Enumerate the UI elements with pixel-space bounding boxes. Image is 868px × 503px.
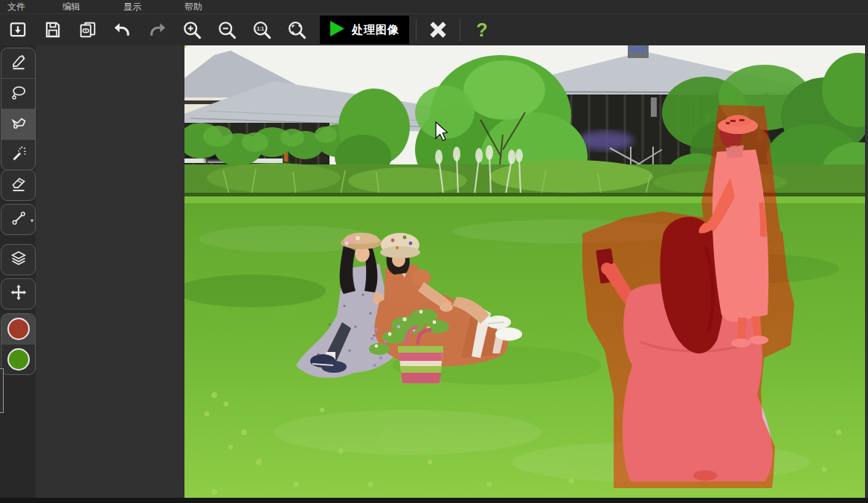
mask-color-red-button[interactable] (1, 314, 35, 345)
undo-arrow-icon (112, 20, 132, 40)
tool-eraser[interactable] (1, 170, 35, 200)
toolbar-separator (416, 19, 417, 41)
zoom-actual-size-button[interactable]: 1:1 (245, 15, 280, 45)
line-tool-icon (10, 209, 28, 230)
open-image-button[interactable] (0, 15, 35, 45)
zoom-1-1-icon: 1:1 (252, 20, 272, 40)
selection-tool-group (1, 48, 36, 170)
floppy-disk-icon (43, 20, 62, 39)
compare-view-button[interactable] (70, 15, 105, 45)
zoom-out-icon (217, 20, 237, 40)
polygon-lasso-icon (10, 114, 28, 135)
photo-scene (184, 45, 865, 498)
tool-lasso[interactable] (1, 79, 35, 109)
save-image-button[interactable] (35, 15, 70, 45)
play-icon (329, 20, 345, 40)
toolbar-separator-2 (460, 19, 460, 41)
tool-magic-wand[interactable] (1, 140, 35, 170)
help-button[interactable]: ? (467, 15, 497, 45)
eraser-group (1, 170, 36, 201)
zoom-fit-icon (287, 20, 307, 40)
move-icon (10, 283, 28, 304)
process-image-label: 处理图像 (352, 23, 399, 37)
tool-move[interactable] (1, 279, 35, 309)
undo-button[interactable] (105, 15, 140, 45)
layers-icon (10, 249, 28, 270)
toolbar: 1:1 处理图像 ? (0, 13, 868, 45)
eraser-icon (10, 175, 28, 196)
close-x-icon (428, 19, 449, 40)
process-image-button[interactable]: 处理图像 (320, 16, 409, 44)
compare-images-icon (78, 20, 97, 39)
green-circle-icon (7, 348, 30, 371)
menu-help[interactable]: 帮助 (184, 0, 202, 13)
menu-view[interactable]: 显示 (123, 0, 141, 13)
tool-sidebar: ▾ (0, 45, 36, 498)
menu-edit[interactable]: 编辑 (62, 0, 80, 13)
photo-canvas[interactable] (184, 45, 865, 498)
zoom-fit-button[interactable] (280, 15, 315, 45)
redo-arrow-icon (147, 20, 167, 40)
close-button[interactable] (423, 15, 453, 45)
line-group: ▾ (1, 204, 36, 235)
menu-bar: 文件 编辑 显示 帮助 (0, 0, 868, 13)
question-mark-icon: ? (476, 21, 487, 39)
tool-brush[interactable] (1, 48, 35, 79)
tool-layers[interactable] (1, 245, 35, 275)
move-group (1, 278, 36, 310)
tool-line[interactable]: ▾ (1, 205, 35, 234)
mask-color-group (1, 313, 36, 375)
marker-pen-icon (10, 53, 28, 74)
zoom-out-button[interactable] (210, 15, 245, 45)
bottom-strip (0, 498, 868, 503)
svg-text:1:1: 1:1 (257, 25, 264, 31)
magic-wand-icon (10, 144, 28, 165)
redo-button[interactable] (140, 15, 175, 45)
zoom-in-button[interactable] (175, 15, 210, 45)
partial-panel-edge (0, 368, 4, 413)
tool-polygon-lasso[interactable] (1, 109, 35, 140)
red-circle-icon (7, 318, 30, 340)
zoom-in-icon (182, 20, 202, 40)
import-image-icon (8, 20, 28, 39)
layers-group (1, 244, 36, 275)
mask-color-green-button[interactable] (1, 345, 35, 374)
chevron-down-icon[interactable]: ▾ (30, 217, 33, 224)
menu-file[interactable]: 文件 (7, 0, 25, 13)
lasso-icon (10, 83, 28, 104)
editor-canvas-area[interactable] (36, 45, 868, 498)
